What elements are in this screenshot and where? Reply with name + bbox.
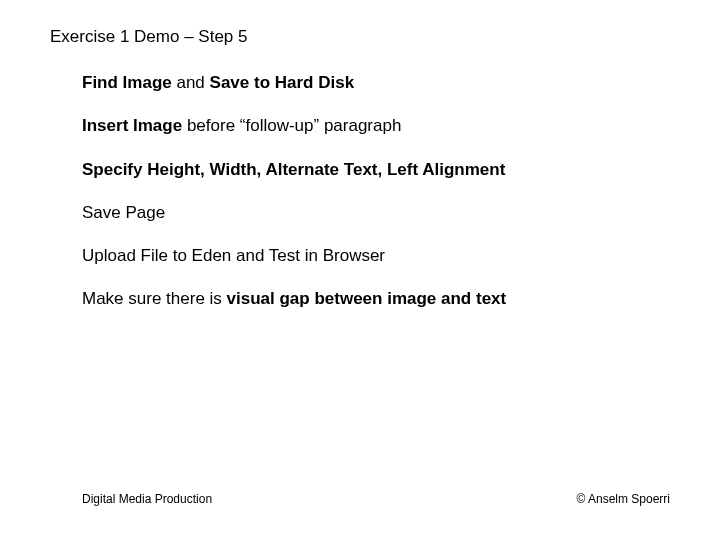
bullet-4: Save Page — [82, 202, 682, 223]
slide-content: Find Image and Save to Hard Disk Insert … — [82, 72, 682, 332]
text: before “follow-up” paragraph — [182, 116, 401, 135]
footer-right: © Anselm Spoerri — [576, 492, 670, 506]
bullet-6: Make sure there is visual gap between im… — [82, 288, 682, 309]
text: and — [172, 73, 210, 92]
text-bold: visual gap between image and text — [227, 289, 507, 308]
footer-left: Digital Media Production — [82, 492, 212, 506]
bullet-2: Insert Image before “follow-up” paragrap… — [82, 115, 682, 136]
text: Upload File to Eden and Test in Browser — [82, 246, 385, 265]
text: Save Page — [82, 203, 165, 222]
bullet-5: Upload File to Eden and Test in Browser — [82, 245, 682, 266]
bullet-1: Find Image and Save to Hard Disk — [82, 72, 682, 93]
bullet-3: Specify Height, Width, Alternate Text, L… — [82, 159, 682, 180]
slide-title: Exercise 1 Demo – Step 5 — [50, 27, 247, 47]
slide: Exercise 1 Demo – Step 5 Find Image and … — [0, 0, 720, 540]
text: Make sure there is — [82, 289, 227, 308]
text-bold: Specify Height, Width, Alternate Text, L… — [82, 160, 505, 179]
text-bold: Find Image — [82, 73, 172, 92]
text-bold: Insert Image — [82, 116, 182, 135]
text-bold: Save to Hard Disk — [210, 73, 355, 92]
